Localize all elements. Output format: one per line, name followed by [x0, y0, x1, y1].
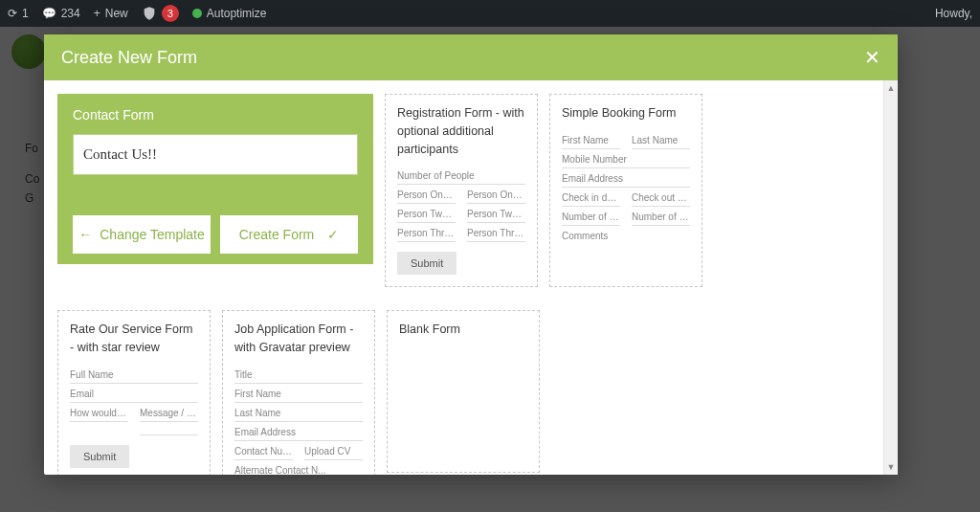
- field-line: Person Two Email: [467, 204, 525, 223]
- howdy-item[interactable]: Howdy,: [935, 7, 972, 20]
- form-name-input[interactable]: [73, 134, 358, 175]
- field-line: Person Two Name: [397, 204, 456, 223]
- refresh-icon: ⟳: [8, 7, 17, 20]
- field-line: Check in date: [562, 188, 620, 207]
- template-blank[interactable]: Blank Form: [387, 310, 540, 473]
- field-line: Last Name: [632, 130, 690, 149]
- field-line: Email Address: [234, 422, 363, 441]
- green-dot-icon: [192, 9, 202, 18]
- howdy-label: Howdy,: [935, 7, 972, 20]
- create-form-modal: Create New Form ✕ Contact Form Change Te…: [44, 34, 898, 475]
- template-registration[interactable]: Registration Form - with optional additi…: [385, 94, 538, 287]
- change-template-label: Change Template: [100, 227, 204, 242]
- template-title: Registration Form - with optional additi…: [397, 104, 525, 158]
- field-line: Alternate Contact N...: [234, 460, 363, 475]
- template-title: Job Application Form - with Gravatar pre…: [234, 321, 363, 357]
- field-line: Upload CV: [304, 441, 363, 460]
- modal-title: Create New Form: [61, 48, 197, 68]
- template-grid: Contact Form Change Template Create Form…: [57, 94, 884, 475]
- create-form-button[interactable]: Create Form: [220, 215, 358, 254]
- action-buttons: Change Template Create Form: [73, 215, 358, 254]
- wp-admin-bar: ⟳ 1 💬 234 + New 3 Autoptimize Howdy,: [0, 0, 980, 27]
- template-job[interactable]: Job Application Form - with Gravatar pre…: [222, 310, 375, 475]
- template-contact-form-selected: Contact Form Change Template Create Form: [57, 94, 373, 264]
- field-line: Check out date: [632, 188, 690, 207]
- notif-badge: 3: [162, 5, 179, 22]
- scrollbar[interactable]: ▲ ▼: [883, 80, 898, 475]
- star-row: [140, 422, 198, 435]
- field-line: First Name: [562, 130, 620, 149]
- selected-template-title: Contact Form: [73, 107, 358, 122]
- create-form-label: Create Form: [239, 227, 315, 242]
- refresh-item[interactable]: ⟳ 1: [8, 7, 29, 20]
- field-line: Person One Email: [467, 185, 525, 204]
- shield-icon: [142, 6, 157, 21]
- field-line: Full Name: [70, 365, 198, 384]
- template-rating[interactable]: Rate Our Service Form - with star review…: [57, 310, 211, 475]
- modal-header: Create New Form ✕: [44, 34, 898, 80]
- field-line: Mobile Number: [562, 149, 690, 168]
- comment-icon: 💬: [42, 7, 56, 20]
- shield-item[interactable]: 3: [142, 5, 179, 22]
- admin-bar-left: ⟳ 1 💬 234 + New 3 Autoptimize: [8, 5, 266, 22]
- template-title: Blank Form: [399, 321, 527, 339]
- template-title: Rate Our Service Form - with star review: [70, 321, 198, 357]
- field-line: How would you rate...: [70, 403, 128, 422]
- close-button[interactable]: ✕: [864, 46, 880, 69]
- autoptimize-label: Autoptimize: [207, 7, 267, 20]
- field-line: Message / Comments: [140, 403, 198, 422]
- field-line: Contact Number: [234, 441, 293, 460]
- scroll-up-icon[interactable]: ▲: [884, 80, 898, 96]
- field-line: Last Name: [234, 403, 363, 422]
- field-line: Person Three Name: [397, 223, 456, 242]
- scroll-down-icon[interactable]: ▼: [884, 459, 898, 475]
- field-line: Number of children: [632, 207, 690, 226]
- modal-body: Contact Form Change Template Create Form…: [44, 80, 898, 475]
- scroll-thumb[interactable]: [886, 96, 896, 459]
- submit-button[interactable]: Submit: [70, 445, 129, 468]
- template-title: Simple Booking Form: [562, 104, 690, 122]
- plus-icon: +: [94, 7, 100, 20]
- comments-count: 234: [61, 7, 80, 20]
- field-line: Comments: [562, 226, 690, 244]
- submit-button[interactable]: Submit: [397, 252, 457, 275]
- field-line: Number of People: [397, 166, 525, 185]
- field-line: Person Three Email: [467, 223, 525, 242]
- change-template-button[interactable]: Change Template: [73, 215, 211, 254]
- comments-item[interactable]: 💬 234: [42, 7, 80, 20]
- field-line: Email Address: [562, 168, 690, 188]
- new-label: New: [105, 7, 128, 20]
- template-booking[interactable]: Simple Booking Form First NameLast Name …: [549, 94, 702, 287]
- refresh-count: 1: [22, 7, 29, 20]
- field-line: Person One Name: [397, 185, 456, 204]
- arrow-left-icon: [78, 227, 92, 242]
- field-line: Email: [70, 384, 198, 403]
- new-item[interactable]: + New: [94, 7, 128, 20]
- field-line: Number of adults: [562, 207, 620, 226]
- field-line: First Name: [234, 384, 363, 403]
- autoptimize-item[interactable]: Autoptimize: [192, 7, 267, 20]
- field-line: Title: [234, 365, 363, 384]
